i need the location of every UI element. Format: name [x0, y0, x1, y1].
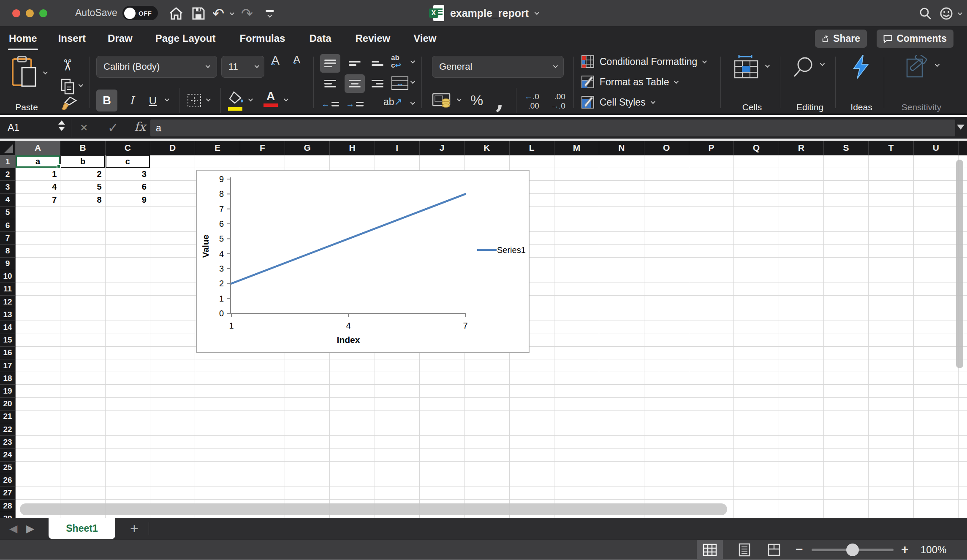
cell-C9[interactable] — [106, 258, 150, 270]
cell-O26[interactable] — [644, 474, 689, 487]
cell-C12[interactable] — [106, 296, 150, 308]
cell-U3[interactable] — [914, 181, 959, 193]
cell-U25[interactable] — [914, 462, 959, 474]
cell-R12[interactable] — [779, 296, 824, 308]
cell-Q4[interactable] — [734, 194, 779, 207]
cell-N20[interactable] — [599, 398, 644, 410]
cell-T27[interactable] — [869, 487, 913, 500]
row-header-17[interactable]: 17 — [0, 359, 16, 372]
row-header-18[interactable]: 18 — [0, 372, 16, 385]
cell-A26[interactable] — [16, 474, 60, 487]
cell-H23[interactable] — [330, 436, 375, 449]
cell-E27[interactable] — [195, 487, 240, 500]
cell-H1[interactable] — [330, 155, 375, 168]
column-header-D[interactable]: D — [150, 141, 195, 155]
copy-chevron-icon[interactable] — [79, 82, 83, 87]
cell-R21[interactable] — [779, 410, 824, 423]
cell-U10[interactable] — [914, 270, 959, 283]
tab-home[interactable]: Home — [8, 31, 38, 46]
cell-D4[interactable] — [150, 194, 195, 207]
cell-P21[interactable] — [689, 410, 734, 423]
close-window-button[interactable] — [12, 9, 20, 17]
cell-Q10[interactable] — [734, 270, 779, 283]
cell-U23[interactable] — [914, 436, 959, 449]
cell-B10[interactable] — [60, 270, 105, 283]
orientation-chevron-icon[interactable] — [410, 100, 415, 105]
name-box-spinner[interactable] — [58, 120, 65, 131]
merge-center-chevron-icon[interactable] — [410, 79, 415, 84]
cell-I17[interactable] — [375, 359, 420, 372]
cell-A25[interactable] — [16, 462, 60, 474]
cell-S6[interactable] — [824, 219, 869, 232]
cell-N26[interactable] — [599, 474, 644, 487]
bold-button[interactable]: B — [96, 90, 117, 111]
cell-A20[interactable] — [16, 398, 60, 410]
paste-button[interactable] — [11, 56, 38, 94]
cell-T1[interactable] — [869, 155, 913, 168]
cell-U21[interactable] — [914, 410, 959, 423]
cell-D17[interactable] — [150, 359, 195, 372]
cell-F25[interactable] — [240, 462, 285, 474]
cell-C23[interactable] — [106, 436, 150, 449]
cell-G18[interactable] — [285, 372, 330, 385]
cell-B15[interactable] — [60, 334, 105, 347]
cell-Q7[interactable] — [734, 232, 779, 245]
cell-D15[interactable] — [150, 334, 195, 347]
font-color-icon[interactable]: A — [263, 90, 278, 107]
cell-C1[interactable]: c — [106, 155, 150, 168]
cell-N15[interactable] — [599, 334, 644, 347]
cell-R24[interactable] — [779, 449, 824, 461]
cell-F20[interactable] — [240, 398, 285, 410]
cell-U11[interactable] — [914, 283, 959, 296]
insert-function-icon[interactable]: fx — [134, 120, 146, 134]
cell-B24[interactable] — [60, 449, 105, 461]
cell-S16[interactable] — [824, 347, 869, 359]
cell-E24[interactable] — [195, 449, 240, 461]
cell-U5[interactable] — [914, 207, 959, 219]
cell-T7[interactable] — [869, 232, 913, 245]
cell-R20[interactable] — [779, 398, 824, 410]
cell-styles-chevron-icon[interactable] — [650, 99, 655, 104]
cells-button[interactable] — [733, 55, 759, 81]
cell-R17[interactable] — [779, 359, 824, 372]
cell-S28[interactable] — [824, 500, 869, 512]
cell-partial[interactable] — [959, 474, 967, 487]
cell-partial[interactable] — [959, 410, 967, 423]
increase-indent-icon[interactable]: → — [345, 95, 365, 113]
cell-P11[interactable] — [689, 283, 734, 296]
cell-Q9[interactable] — [734, 258, 779, 270]
cell-D16[interactable] — [150, 347, 195, 359]
orientation-icon[interactable]: ab↗ — [383, 96, 402, 108]
vertical-scrollbar[interactable] — [956, 160, 963, 368]
cell-J25[interactable] — [420, 462, 464, 474]
cell-A24[interactable] — [16, 449, 60, 461]
cell-C13[interactable] — [106, 308, 150, 321]
copy-icon[interactable] — [61, 79, 75, 96]
zoom-level[interactable]: 100% — [921, 544, 946, 556]
row-header-20[interactable]: 20 — [0, 398, 16, 410]
cell-Q8[interactable] — [734, 245, 779, 257]
cell-B23[interactable] — [60, 436, 105, 449]
document-title-chevron-icon[interactable] — [535, 10, 539, 15]
accounting-format-icon[interactable] — [432, 91, 453, 111]
conditional-formatting-chevron-icon[interactable] — [702, 59, 707, 63]
underline-button[interactable]: U — [144, 90, 162, 111]
column-header-partial[interactable] — [959, 141, 967, 155]
cell-M15[interactable] — [554, 334, 599, 347]
cell-A18[interactable] — [16, 372, 60, 385]
cell-S10[interactable] — [824, 270, 869, 283]
cell-T24[interactable] — [869, 449, 913, 461]
merge-center-icon[interactable]: ↔ — [391, 76, 409, 92]
cell-L26[interactable] — [510, 474, 554, 487]
cell-O11[interactable] — [644, 283, 689, 296]
cell-N16[interactable] — [599, 347, 644, 359]
cell-N9[interactable] — [599, 258, 644, 270]
cell-Q20[interactable] — [734, 398, 779, 410]
cell-P10[interactable] — [689, 270, 734, 283]
cell-S15[interactable] — [824, 334, 869, 347]
cell-A16[interactable] — [16, 347, 60, 359]
cell-S2[interactable] — [824, 168, 869, 181]
cell-N24[interactable] — [599, 449, 644, 461]
font-size-select[interactable]: 11 — [221, 56, 264, 78]
cell-N3[interactable] — [599, 181, 644, 193]
